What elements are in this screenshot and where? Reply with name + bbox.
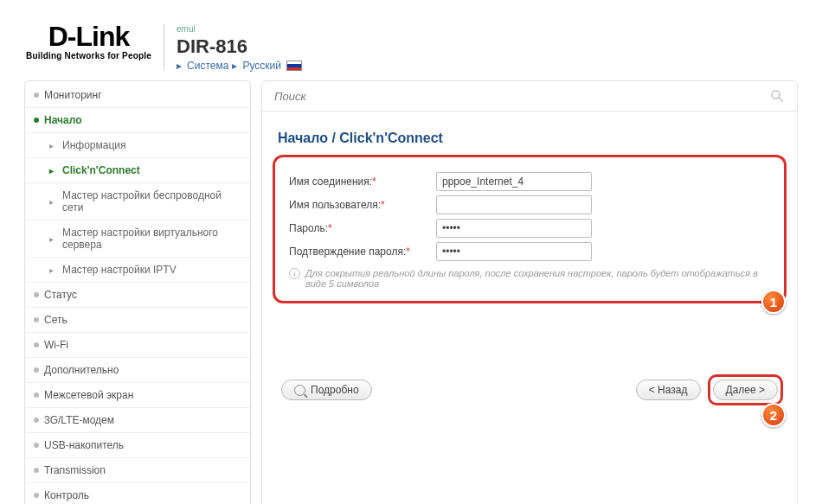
footer-row: Подробно < Назад Далее > [262,303,797,409]
layout: Мониторинг Начало ▸Информация ▸Click'n'C… [0,80,822,504]
sidebar: Мониторинг Начало ▸Информация ▸Click'n'C… [24,80,251,504]
bullet-icon [34,342,39,348]
sidebar-item-status[interactable]: Статус [25,283,250,308]
sidebar-sub-vs-wizard[interactable]: ▸Мастер настройки виртуального сервера [25,220,250,258]
magnify-icon [294,385,305,396]
model-name: DIR-816 [177,35,302,58]
logo-block: D-Link Building Networks for People [26,24,151,61]
sidebar-item-label: Мастер настройки виртуального сервера [62,226,241,251]
back-button[interactable]: < Назад [636,380,701,400]
search-icon[interactable] [769,88,785,104]
svg-line-1 [779,98,783,102]
input-username[interactable] [436,195,592,214]
label-text: Имя пользователя: [289,199,381,211]
label-text: Подтверждение пароля: [289,246,406,258]
search-row [262,81,797,112]
label-text: Пароль: [289,222,328,234]
label-confirm-password: Подтверждение пароля:* [289,246,436,258]
sidebar-item-label: Межсетевой экран [44,389,133,401]
sidebar-sub-information[interactable]: ▸Информация [25,133,250,158]
svg-point-0 [772,91,780,99]
sidebar-item-start[interactable]: Начало [25,108,250,133]
model-block: emul DIR-816 ▸ Система ▸ Русский [177,24,302,72]
main-panel: Начало / Click'n'Connect Имя соединения:… [261,80,798,504]
sidebar-item-label: Информация [62,139,125,151]
bullet-icon [34,118,39,123]
button-label: < Назад [649,384,688,396]
sidebar-item-transmission[interactable]: Transmission [25,458,250,483]
label-connection-name: Имя соединения:* [289,175,436,188]
sidebar-item-monitoring[interactable]: Мониторинг [25,83,250,108]
bullet-icon [34,468,39,473]
callout-1: 1 [761,290,786,314]
input-connection-name[interactable] [436,172,592,191]
row-confirm-password: Подтверждение пароля:* [289,242,770,261]
row-username: Имя пользователя:* [289,195,770,214]
crumb-language[interactable]: Русский [242,60,281,72]
chevron-right-icon: ▸ [49,234,54,244]
row-password: Пароль:* [289,219,770,238]
callout-number: 1 [770,295,777,309]
sidebar-sub-wifi-wizard[interactable]: ▸Мастер настройки беспроводной сети [25,183,250,220]
label-username: Имя пользователя:* [289,199,436,211]
sidebar-item-wifi[interactable]: Wi-Fi [25,333,250,358]
sidebar-item-label: Transmission [44,464,106,476]
chevron-right-icon: ▸ [49,166,54,175]
breadcrumb: ▸ Система ▸ Русский [177,60,302,72]
sidebar-item-advanced[interactable]: Дополнительно [25,358,250,383]
required-mark: * [381,199,385,211]
sidebar-item-label: 3G/LTE-модем [44,414,114,426]
divider [164,24,164,71]
sidebar-item-label: Дополнительно [44,364,119,376]
bullet-icon [34,493,39,498]
flag-ru-icon [286,61,302,71]
row-connection-name: Имя соединения:* [289,172,770,191]
required-mark: * [406,246,410,258]
next-highlight-box: Далее > [708,374,784,405]
header: D-Link Building Networks for People emul… [0,0,822,80]
chevron-right-icon: ▸ [177,60,182,72]
callout-2: 2 [761,403,786,427]
info-icon: i [289,268,300,279]
input-password[interactable] [436,219,592,238]
callout-number: 2 [770,408,777,423]
chevron-right-icon: ▸ [49,265,54,275]
required-mark: * [328,222,332,234]
emul-label: emul [177,24,302,34]
sidebar-item-label: Мастер настройки IPTV [62,264,177,276]
sidebar-item-label: Click'n'Connect [62,164,140,176]
hint-text: Для сокрытия реальной длины пароля, посл… [305,268,770,289]
crumb-system[interactable]: Система [187,60,228,72]
sidebar-item-3glte[interactable]: 3G/LTE-модем [25,408,250,433]
logo-main: D-Link [48,24,130,49]
sidebar-item-label: USB-накопитель [44,439,124,451]
bullet-icon [34,317,39,322]
sidebar-sub-iptv-wizard[interactable]: ▸Мастер настройки IPTV [25,258,250,283]
search-input[interactable] [274,90,769,103]
details-button[interactable]: Подробно [281,380,372,400]
sidebar-item-network[interactable]: Сеть [25,308,250,333]
nav-button-group: < Назад Далее > [636,374,783,405]
bullet-icon [34,93,39,98]
bullet-icon [34,392,39,398]
button-label: Подробно [311,384,359,396]
required-mark: * [372,175,376,188]
sidebar-item-label: Сеть [44,314,67,326]
sidebar-item-firewall[interactable]: Межсетевой экран [25,383,250,408]
chevron-right-icon: ▸ [232,60,237,72]
bullet-icon [34,443,39,448]
sidebar-item-label: Мастер настройки беспроводной сети [62,189,241,214]
bullet-icon [34,418,39,423]
label-password: Пароль:* [289,222,436,234]
page-title: Начало / Click'n'Connect [262,112,797,155]
sidebar-item-label: Статус [44,289,77,301]
sidebar-item-usb[interactable]: USB-накопитель [25,433,250,458]
sidebar-item-label: Контроль [44,489,89,501]
bullet-icon [34,292,39,297]
label-text: Имя соединения: [289,175,372,188]
input-confirm-password[interactable] [436,242,592,261]
sidebar-item-control[interactable]: Контроль [25,483,250,504]
sidebar-sub-clicknconnect[interactable]: ▸Click'n'Connect [25,158,250,183]
next-button[interactable]: Далее > [713,380,779,400]
sidebar-item-label: Мониторинг [44,89,102,101]
